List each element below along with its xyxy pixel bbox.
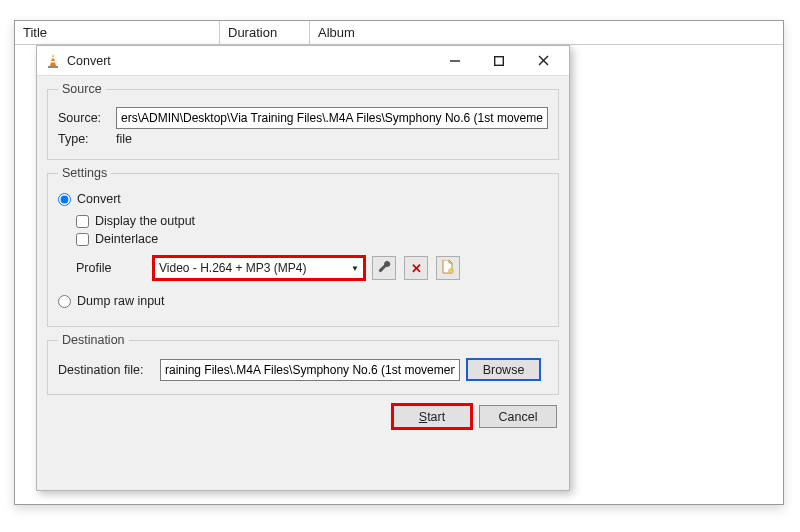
profile-value: Video - H.264 + MP3 (MP4) bbox=[159, 261, 351, 275]
settings-group: Settings Convert Display the output Dein… bbox=[47, 166, 559, 327]
svg-rect-1 bbox=[51, 57, 54, 59]
x-icon: ✕ bbox=[411, 261, 422, 276]
convert-radio[interactable] bbox=[58, 193, 71, 206]
deinterlace-checkbox[interactable] bbox=[76, 233, 89, 246]
dump-raw-radio[interactable] bbox=[58, 295, 71, 308]
column-album[interactable]: Album bbox=[310, 21, 430, 44]
source-label: Source: bbox=[58, 111, 110, 125]
profile-label: Profile bbox=[76, 261, 146, 275]
convert-dialog: Convert Source Source: Type: file Settin… bbox=[36, 45, 570, 491]
svg-rect-2 bbox=[51, 61, 56, 63]
cancel-button[interactable]: Cancel bbox=[479, 405, 557, 428]
edit-profile-button[interactable] bbox=[372, 256, 396, 280]
profile-dropdown[interactable]: Video - H.264 + MP3 (MP4) ▼ bbox=[154, 257, 364, 279]
deinterlace-label: Deinterlace bbox=[95, 232, 158, 246]
chevron-down-icon: ▼ bbox=[351, 264, 359, 273]
svg-rect-5 bbox=[495, 56, 504, 65]
playlist-header: Title Duration Album bbox=[15, 21, 783, 45]
column-title[interactable]: Title bbox=[15, 21, 220, 44]
settings-legend: Settings bbox=[58, 166, 111, 180]
svg-marker-0 bbox=[50, 54, 56, 66]
source-legend: Source bbox=[58, 82, 106, 96]
type-label: Type: bbox=[58, 132, 110, 146]
svg-point-8 bbox=[449, 269, 454, 274]
new-profile-button[interactable] bbox=[436, 256, 460, 280]
start-rest: tart bbox=[427, 410, 445, 424]
destination-legend: Destination bbox=[58, 333, 129, 347]
new-document-icon bbox=[442, 260, 454, 276]
close-button[interactable] bbox=[521, 47, 565, 75]
delete-profile-button[interactable]: ✕ bbox=[404, 256, 428, 280]
dialog-title: Convert bbox=[67, 54, 433, 68]
display-output-label: Display the output bbox=[95, 214, 195, 228]
maximize-button[interactable] bbox=[477, 47, 521, 75]
wrench-icon bbox=[378, 260, 391, 276]
browse-button[interactable]: Browse bbox=[466, 358, 541, 381]
dest-file-label: Destination file: bbox=[58, 363, 154, 377]
display-output-checkbox[interactable] bbox=[76, 215, 89, 228]
column-duration[interactable]: Duration bbox=[220, 21, 310, 44]
destination-group: Destination Destination file: Browse bbox=[47, 333, 559, 395]
source-group: Source Source: Type: file bbox=[47, 82, 559, 160]
minimize-button[interactable] bbox=[433, 47, 477, 75]
vlc-cone-icon bbox=[45, 53, 61, 69]
titlebar[interactable]: Convert bbox=[37, 46, 569, 76]
source-input[interactable] bbox=[116, 107, 548, 129]
dest-file-input[interactable] bbox=[160, 359, 460, 381]
convert-radio-label: Convert bbox=[77, 192, 121, 206]
start-button[interactable]: Start bbox=[393, 405, 471, 428]
svg-rect-3 bbox=[48, 66, 58, 68]
type-value: file bbox=[116, 132, 132, 146]
dump-raw-label: Dump raw input bbox=[77, 294, 165, 308]
start-key: S bbox=[419, 410, 427, 424]
